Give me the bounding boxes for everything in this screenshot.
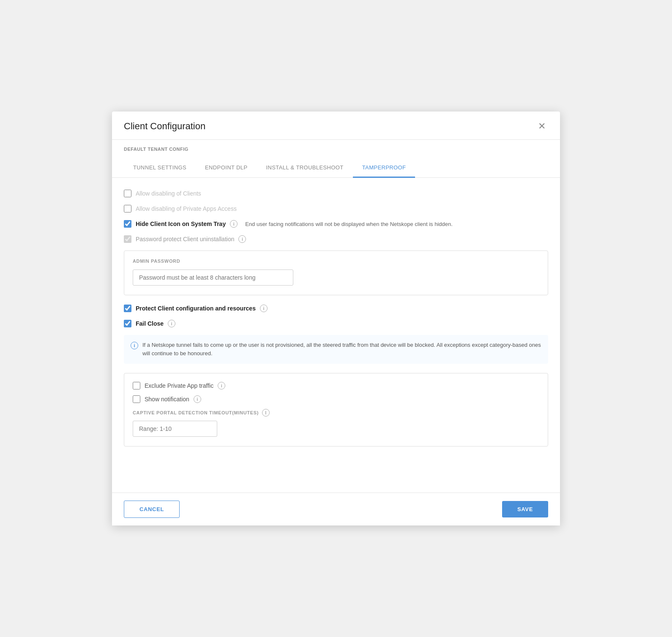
fail-close-checkbox[interactable] [124, 320, 131, 327]
admin-password-section: ADMIN PASSWORD [124, 250, 548, 295]
fail-close-sub-section: Exclude Private App traffic i Show notif… [124, 373, 548, 446]
admin-password-label: ADMIN PASSWORD [133, 259, 539, 264]
exclude-private-app-info-icon: i [218, 382, 225, 389]
dialog-subheader: DEFAULT TENANT CONFIG [112, 140, 560, 152]
save-button[interactable]: SAVE [502, 501, 548, 517]
show-notification-row: Show notification i [133, 395, 539, 403]
allow-disabling-private-apps-row: Allow disabling of Private Apps Access [124, 205, 548, 212]
tab-endpoint-dlp[interactable]: ENDPOINT DLP [196, 158, 257, 178]
tenant-config-label: DEFAULT TENANT CONFIG [124, 147, 188, 152]
hide-client-icon-checkbox[interactable] [124, 220, 131, 228]
tab-tamperproof[interactable]: TAMPERPROOF [353, 158, 415, 178]
password-protect-info-icon: i [238, 235, 246, 243]
protect-client-row: Protect Client configuration and resourc… [124, 305, 548, 312]
hide-client-icon-info-icon: i [230, 220, 238, 228]
exclude-private-app-row: Exclude Private App traffic i [133, 382, 539, 389]
allow-disabling-private-apps-checkbox[interactable] [124, 205, 131, 212]
fail-close-row: Fail Close i [124, 320, 548, 327]
allow-disabling-clients-label: Allow disabling of Clients [136, 190, 201, 197]
exclude-private-app-checkbox[interactable] [133, 382, 140, 389]
hide-client-icon-label: Hide Client Icon on System Tray [136, 220, 226, 227]
allow-disabling-clients-row: Allow disabling of Clients [124, 190, 548, 197]
dialog-title: Client Configuration [124, 121, 205, 132]
dialog-footer: CANCEL SAVE [112, 493, 560, 525]
dialog-body: Allow disabling of Clients Allow disabli… [112, 178, 560, 493]
tab-tunnel-settings[interactable]: TUNNEL SETTINGS [124, 158, 196, 178]
hide-client-icon-row: Hide Client Icon on System Tray i End us… [124, 220, 548, 228]
tabs-bar: TUNNEL SETTINGS ENDPOINT DLP INSTALL & T… [112, 158, 560, 178]
fail-close-note-text: If a Netskope tunnel fails to come up or… [142, 341, 541, 358]
fail-close-note-info-icon: i [131, 342, 138, 349]
protect-client-label: Protect Client configuration and resourc… [136, 305, 256, 312]
password-protect-row: Password protect Client uninstallation i [124, 235, 548, 243]
fail-close-note-section: i If a Netskope tunnel fails to come up … [124, 335, 548, 364]
captive-portal-label: CAPTIVE PORTAL DETECTION TIMEOUT(MINUTES… [133, 409, 539, 416]
client-configuration-dialog: Client Configuration ✕ DEFAULT TENANT CO… [112, 112, 560, 525]
tab-install-troubleshoot[interactable]: INSTALL & TROUBLESHOOT [257, 158, 353, 178]
fail-close-info-icon: i [168, 320, 175, 327]
show-notification-label: Show notification [145, 396, 189, 403]
fail-close-label: Fail Close [136, 320, 164, 327]
allow-disabling-clients-checkbox[interactable] [124, 190, 131, 197]
allow-disabling-private-apps-label: Allow disabling of Private Apps Access [136, 205, 237, 212]
protect-client-info-icon: i [260, 305, 268, 312]
admin-password-input[interactable] [133, 270, 293, 286]
show-notification-checkbox[interactable] [133, 395, 140, 403]
password-protect-label: Password protect Client uninstallation [136, 236, 234, 242]
dialog-header: Client Configuration ✕ [112, 112, 560, 140]
protect-client-checkbox[interactable] [124, 305, 131, 312]
hide-client-icon-note: End user facing notifications will not b… [245, 221, 453, 227]
close-button[interactable]: ✕ [535, 121, 548, 132]
show-notification-info-icon: i [194, 395, 201, 403]
captive-portal-timeout-input[interactable] [133, 421, 217, 437]
captive-portal-info-icon: i [262, 409, 270, 416]
password-protect-checkbox[interactable] [124, 235, 131, 243]
exclude-private-app-label: Exclude Private App traffic [145, 382, 213, 389]
cancel-button[interactable]: CANCEL [124, 501, 180, 518]
